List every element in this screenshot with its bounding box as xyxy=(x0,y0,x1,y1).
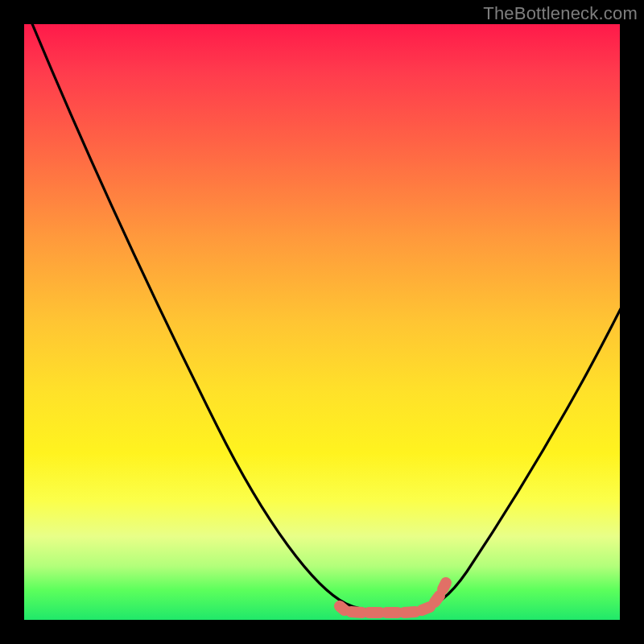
flat-region-marker xyxy=(340,583,446,613)
bottleneck-curve xyxy=(29,24,620,612)
svg-line-7 xyxy=(443,583,446,589)
chart-frame: TheBottleneck.com xyxy=(0,0,644,644)
svg-line-1 xyxy=(351,612,362,613)
plot-area xyxy=(24,24,620,620)
svg-line-4 xyxy=(404,612,415,613)
svg-line-5 xyxy=(422,607,430,610)
curve-layer xyxy=(24,24,620,620)
svg-line-0 xyxy=(340,606,345,610)
watermark-text: TheBottleneck.com xyxy=(483,3,638,24)
svg-line-6 xyxy=(435,596,440,602)
